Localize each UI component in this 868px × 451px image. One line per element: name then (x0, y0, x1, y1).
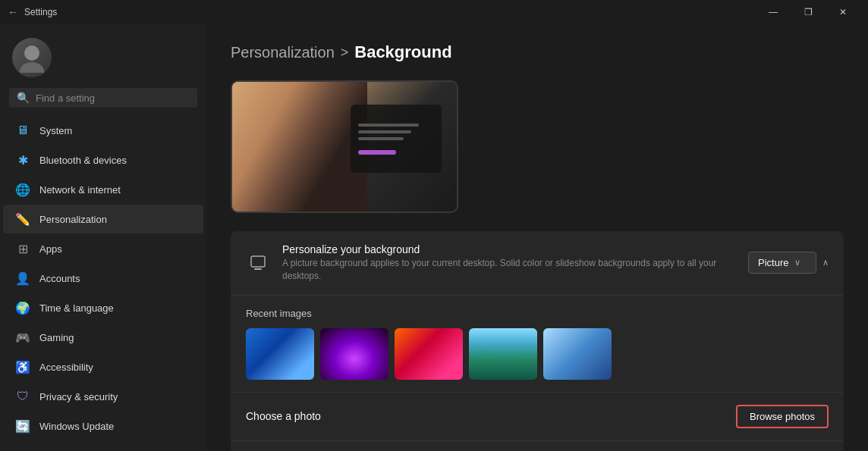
background-type-label: Picture (758, 257, 788, 268)
recent-thumb-5[interactable] (543, 328, 612, 380)
accessibility-icon: ♿ (15, 359, 30, 374)
sidebar-item-label-accounts: Accounts (39, 273, 80, 284)
search-input[interactable] (36, 92, 190, 104)
sidebar-item-label-bluetooth: Bluetooth & devices (39, 155, 127, 166)
choose-fit-row: Choose a fit for your desktop image Fill… (231, 440, 844, 451)
privacy-icon: 🛡 (15, 389, 30, 404)
titlebar-left: ← Settings (8, 6, 57, 18)
breadcrumb-parent[interactable]: Personalization (231, 44, 335, 61)
breadcrumb-current: Background (354, 42, 451, 62)
desktop-preview (231, 80, 458, 213)
time-icon: 🌍 (15, 300, 30, 315)
personalize-content: Personalize your background A picture ba… (282, 243, 736, 283)
sidebar-item-network[interactable]: 🌐 Network & internet (3, 175, 203, 204)
sidebar-item-accounts[interactable]: 👤 Accounts (3, 264, 203, 293)
preview-card (351, 105, 442, 173)
preview-figure (232, 82, 367, 211)
recent-thumb-3[interactable] (395, 328, 463, 380)
sidebar-item-label-gaming: Gaming (39, 332, 74, 343)
background-type-dropdown[interactable]: Picture ∨ (748, 252, 816, 274)
preview-line-3 (358, 137, 404, 140)
network-icon: 🌐 (15, 182, 30, 197)
sidebar-item-update[interactable]: 🔄 Windows Update (3, 412, 203, 440)
svg-point-1 (20, 62, 44, 73)
sidebar-item-label-time: Time & language (39, 302, 114, 314)
update-icon: 🔄 (15, 418, 30, 434)
accounts-icon: 👤 (15, 271, 30, 286)
sidebar-item-privacy[interactable]: 🛡 Privacy & security (3, 382, 203, 411)
sidebar-item-accessibility[interactable]: ♿ Accessibility (3, 352, 203, 381)
system-icon: 🖥 (15, 123, 30, 138)
svg-point-0 (24, 45, 39, 61)
app-body: 🔍 🖥 System ✱ Bluetooth & devices 🌐 Netwo… (0, 24, 868, 451)
recent-thumb-2[interactable] (320, 328, 388, 380)
bluetooth-icon: ✱ (15, 152, 30, 168)
sidebar-item-gaming[interactable]: 🎮 Gaming (3, 323, 203, 352)
minimize-button[interactable]: — (756, 0, 791, 24)
choose-photo-row: Choose a photo Browse photos (231, 392, 844, 440)
personalize-icon (246, 251, 270, 275)
gaming-icon: 🎮 (15, 330, 30, 345)
sidebar-item-label-privacy: Privacy & security (39, 391, 118, 402)
sidebar-item-apps[interactable]: ⊞ Apps (3, 234, 203, 263)
personalize-subtitle: A picture background applies to your cur… (282, 257, 736, 283)
recent-images-label: Recent images (246, 308, 829, 319)
apps-icon: ⊞ (15, 241, 30, 256)
sidebar-item-bluetooth[interactable]: ✱ Bluetooth & devices (3, 146, 203, 174)
recent-images-section: Recent images (231, 296, 844, 392)
recent-thumb-4[interactable] (469, 328, 537, 380)
personalize-row: Personalize your background A picture ba… (231, 231, 844, 296)
titlebar-title: Settings (24, 7, 57, 17)
preview-accent (358, 150, 396, 155)
browse-photos-button[interactable]: Browse photos (736, 405, 829, 428)
personalization-icon: ✏️ (15, 211, 30, 227)
breadcrumb-separator: > (341, 45, 349, 61)
preview-line-2 (358, 130, 411, 133)
choose-photo-label: Choose a photo (246, 410, 321, 422)
breadcrumb: Personalization > Background (231, 42, 844, 62)
sidebar-item-personalization[interactable]: ✏️ Personalization (3, 205, 203, 233)
sidebar-item-label-system: System (39, 125, 72, 136)
sidebar-item-time[interactable]: 🌍 Time & language (3, 293, 203, 322)
titlebar-controls: — ❐ ✕ (756, 0, 860, 24)
sidebar-item-label-update: Windows Update (39, 421, 114, 432)
svg-rect-3 (254, 268, 262, 270)
back-icon: ← (8, 6, 18, 18)
recent-images-grid (246, 328, 829, 380)
titlebar: ← Settings — ❐ ✕ (0, 0, 868, 24)
background-settings-card: Personalize your background A picture ba… (231, 231, 844, 451)
sidebar-item-label-apps: Apps (39, 243, 62, 255)
avatar (12, 38, 52, 77)
sidebar-item-system[interactable]: 🖥 System (3, 116, 203, 145)
sidebar-item-label-accessibility: Accessibility (39, 362, 93, 373)
sidebar-item-label-personalization: Personalization (39, 214, 107, 225)
svg-rect-2 (251, 256, 265, 267)
personalize-control: Picture ∨ ∧ (748, 252, 829, 274)
content-area: Personalization > Background (206, 24, 868, 451)
expand-icon[interactable]: ∧ (822, 258, 829, 268)
personalize-title: Personalize your background (282, 243, 736, 255)
chevron-down-icon: ∨ (794, 258, 800, 268)
recent-thumb-1[interactable] (246, 328, 314, 380)
preview-background (232, 82, 457, 211)
sidebar-item-label-network: Network & internet (39, 184, 121, 196)
close-button[interactable]: ✕ (826, 0, 860, 24)
preview-line-1 (358, 124, 419, 127)
nav-list: 🖥 System ✱ Bluetooth & devices 🌐 Network… (0, 115, 206, 441)
sidebar: 🔍 🖥 System ✱ Bluetooth & devices 🌐 Netwo… (0, 24, 206, 451)
restore-button[interactable]: ❐ (791, 0, 826, 24)
search-box[interactable]: 🔍 (9, 88, 197, 108)
search-icon: 🔍 (17, 92, 30, 104)
